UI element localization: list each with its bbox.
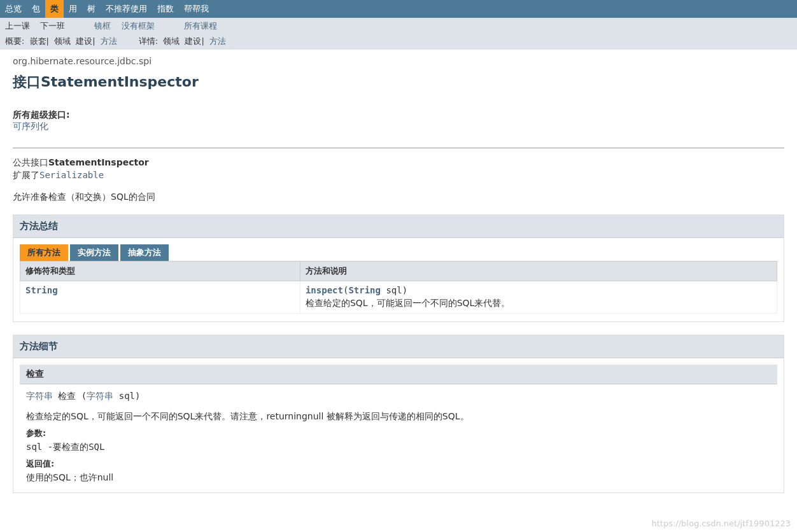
tab-instance-methods[interactable]: 实例方法 xyxy=(70,244,118,261)
nav-class[interactable]: 类 xyxy=(45,0,64,18)
return-type-link[interactable]: String xyxy=(25,285,58,295)
nav-overview[interactable]: 总览 xyxy=(0,0,27,18)
method-detail-body: 字符串 检查 (字符串 sql) 检查给定的SQL，可能返回一个不同的SQL来代… xyxy=(13,384,784,493)
detail-sig-name: 检查 ( xyxy=(53,391,87,401)
detail-constr: 建设| xyxy=(185,36,204,46)
summary-constr: 建设| xyxy=(76,36,95,46)
detail-field: 领域 xyxy=(163,36,180,46)
sig-name: StatementInspector xyxy=(48,157,149,167)
params-label: 参数: xyxy=(26,428,771,439)
sig-extends-label: 扩展了 xyxy=(13,170,39,180)
sub-nav: 上一课 下一班 镜框 没有框架 所有课程 概要: 嵌套| 领域 建设| 方法 详… xyxy=(0,18,797,50)
frames-link[interactable]: 镜框 xyxy=(94,21,111,31)
sig-extends-link[interactable]: Serializable xyxy=(39,170,104,180)
nav-deprecated[interactable]: 不推荐使用 xyxy=(101,0,152,18)
method-summary-heading: 方法总结 xyxy=(13,215,784,238)
detail-label: 详情: xyxy=(139,36,158,46)
allclasses-link[interactable]: 所有课程 xyxy=(184,21,217,31)
table-row: String inspect(String sql) 检查给定的SQL，可能返回… xyxy=(20,281,777,314)
type-description: 允许准备检查（和交换）SQL的合同 xyxy=(0,183,797,214)
next-class-link[interactable]: 下一班 xyxy=(40,21,65,31)
nav-package[interactable]: 包 xyxy=(27,0,45,18)
nav-index[interactable]: 指数 xyxy=(152,0,179,18)
method-summary-tabs: 所有方法 实例方法 抽象方法 xyxy=(13,238,784,261)
top-nav: 总览 包 类 用 树 不推荐使用 指数 帮帮我 xyxy=(0,0,797,18)
noframes-link[interactable]: 没有框架 xyxy=(122,21,155,31)
method-summary-table: 修饰符和类型 方法和说明 String inspect(String sql) … xyxy=(20,261,777,314)
divider xyxy=(13,148,784,148)
params-value: sql -要检查的SQL xyxy=(26,442,771,453)
returns-value: 使用的SQL；也许null xyxy=(26,472,771,484)
summary-field: 领域 xyxy=(54,36,71,46)
returns-label: 返回值: xyxy=(26,458,771,470)
superinterfaces-block: 所有超级接口: 可序列化 xyxy=(0,109,797,139)
col-method-desc: 方法和说明 xyxy=(300,262,777,281)
header: org.hibernate.resource.jdbc.spi 接口Statem… xyxy=(0,50,797,109)
tab-abstract-methods[interactable]: 抽象方法 xyxy=(120,244,169,261)
detail-method-link[interactable]: 方法 xyxy=(209,36,226,46)
method-sig-param: sql) xyxy=(381,285,407,295)
nav-tree[interactable]: 树 xyxy=(82,0,101,18)
nav-help[interactable]: 帮帮我 xyxy=(179,0,214,18)
method-detail-section: 方法细节 检查 字符串 检查 (字符串 sql) 检查给定的SQL，可能返回一个… xyxy=(13,335,784,493)
method-row-desc: 检查给定的SQL，可能返回一个不同的SQL来代替。 xyxy=(306,298,772,309)
method-detail-heading: 方法细节 xyxy=(13,335,784,358)
type-signature: 公共接口StatementInspector 扩展了Serializable xyxy=(0,157,797,181)
detail-return-type-link[interactable]: 字符串 xyxy=(26,391,53,401)
col-modifier-type: 修饰符和类型 xyxy=(20,262,300,281)
package-name: org.hibernate.resource.jdbc.spi xyxy=(13,56,784,69)
superinterfaces-label: 所有超级接口: xyxy=(13,109,784,121)
method-name-link[interactable]: inspect xyxy=(306,285,343,295)
sig-prefix: 公共接口 xyxy=(13,157,48,167)
nav-use[interactable]: 用 xyxy=(64,0,82,18)
summary-nested: 嵌套| xyxy=(30,36,49,46)
tab-all-methods[interactable]: 所有方法 xyxy=(20,244,68,261)
summary-label: 概要: xyxy=(5,36,24,46)
prev-class-link[interactable]: 上一课 xyxy=(5,21,30,31)
detail-param-type-link[interactable]: 字符串 xyxy=(87,391,113,401)
summary-method-link[interactable]: 方法 xyxy=(101,36,117,46)
method-detail-name: 检查 xyxy=(20,365,777,384)
param-type-link[interactable]: String xyxy=(348,285,381,295)
superinterface-link[interactable]: 可序列化 xyxy=(13,121,48,131)
method-summary-section: 方法总结 所有方法 实例方法 抽象方法 修饰符和类型 方法和说明 String … xyxy=(13,214,784,322)
detail-sig-param: sql) xyxy=(113,391,140,401)
detail-description: 检查给定的SQL，可能返回一个不同的SQL来代替。请注意，returningnu… xyxy=(26,411,771,423)
page-title: 接口StatementInspector xyxy=(13,73,784,92)
